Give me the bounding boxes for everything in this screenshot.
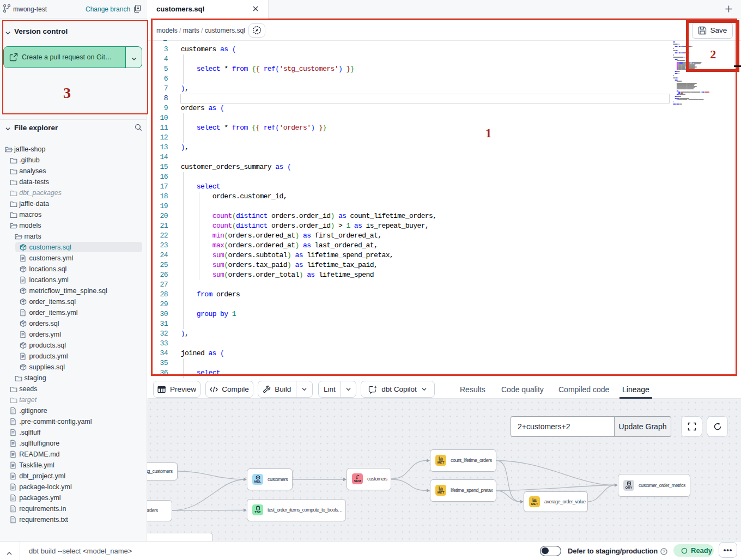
svg-text:?: ?	[663, 549, 665, 554]
